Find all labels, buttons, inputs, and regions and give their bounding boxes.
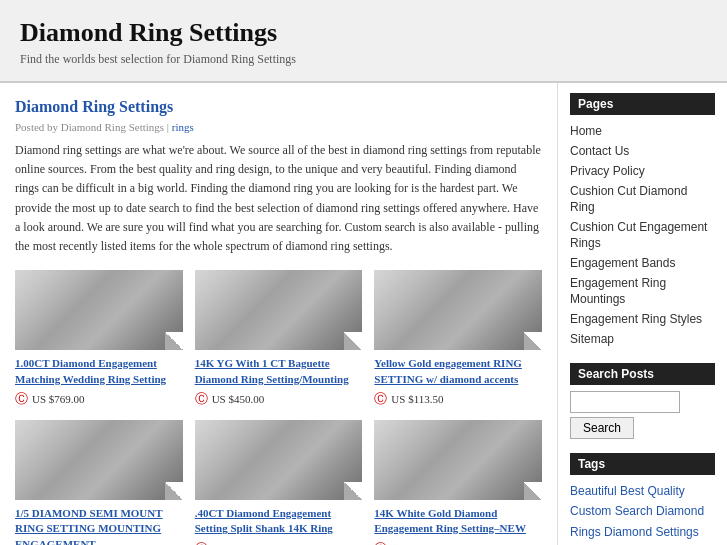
page-list-item: Engagement Ring Styles [570, 309, 715, 329]
product-item[interactable]: 1.00CT Diamond Engagement Matching Weddi… [15, 270, 183, 408]
tags-content: Beautiful Best Quality Custom Search Dia… [570, 481, 715, 545]
main-content: Diamond Ring Settings Posted by Diamond … [0, 83, 557, 545]
site-subtitle: Find the worlds best selection for Diamo… [20, 52, 707, 67]
tags-section: Tags Beautiful Best Quality Custom Searc… [570, 453, 715, 545]
post-body: Diamond ring settings are what we're abo… [15, 141, 542, 256]
product-title[interactable]: 14K YG With 1 CT Baguette Diamond Ring S… [195, 356, 363, 387]
price-icon: Ⓒ [195, 540, 208, 545]
price-icon: Ⓒ [374, 540, 387, 545]
product-price-row: Ⓒ US $450.00 [195, 390, 265, 408]
page-link[interactable]: Sitemap [570, 332, 614, 346]
price-icon: Ⓒ [15, 390, 28, 408]
product-item[interactable]: Yellow Gold engagement RING SETTING w/ d… [374, 270, 542, 408]
product-price-row: Ⓒ US $113.50 [374, 390, 443, 408]
price-icon: Ⓒ [195, 390, 208, 408]
product-image [195, 420, 363, 500]
product-price-row: Ⓒ US $769.00 [15, 390, 85, 408]
search-form: Search [570, 391, 715, 439]
tags-heading: Tags [570, 453, 715, 475]
site-header: Diamond Ring Settings Find the worlds be… [0, 0, 727, 83]
product-image [15, 270, 183, 350]
price-icon: Ⓒ [374, 390, 387, 408]
pages-section: Pages HomeContact UsPrivacy PolicyCushio… [570, 93, 715, 349]
product-item[interactable]: 14K White Gold Diamond Engagement Ring S… [374, 420, 542, 545]
search-button[interactable]: Search [570, 417, 634, 439]
product-price-row: Ⓒ US $499.00 [374, 540, 444, 545]
search-input[interactable] [570, 391, 680, 413]
product-price: US $113.50 [391, 393, 443, 405]
product-image [195, 270, 363, 350]
product-title[interactable]: 1/5 DIAMOND SEMI MOUNT RING SETTING MOUN… [15, 506, 183, 545]
tag-link[interactable]: Diamond Settings [604, 525, 699, 539]
product-item[interactable]: 1/5 DIAMOND SEMI MOUNT RING SETTING MOUN… [15, 420, 183, 545]
pages-heading: Pages [570, 93, 715, 115]
page-link[interactable]: Home [570, 124, 602, 138]
product-image [15, 420, 183, 500]
page-link[interactable]: Engagement Ring Styles [570, 312, 702, 326]
product-price-row: Ⓒ US $299.00 [195, 540, 265, 545]
product-image [374, 420, 542, 500]
post-title[interactable]: Diamond Ring Settings [15, 98, 542, 116]
page-list-item: Cushion Cut Diamond Ring [570, 181, 715, 217]
tag-link[interactable]: Best Quality [620, 484, 685, 498]
page-link[interactable]: Engagement Ring Mountings [570, 276, 666, 306]
tag-link[interactable]: Beautiful [570, 484, 617, 498]
page-list-item: Home [570, 121, 715, 141]
product-title[interactable]: 14K White Gold Diamond Engagement Ring S… [374, 506, 542, 537]
product-item[interactable]: .40CT Diamond Engagement Setting Split S… [195, 420, 363, 545]
site-title: Diamond Ring Settings [20, 18, 707, 48]
page-list-item: Privacy Policy [570, 161, 715, 181]
page-link[interactable]: Engagement Bands [570, 256, 675, 270]
search-heading: Search Posts [570, 363, 715, 385]
product-title[interactable]: .40CT Diamond Engagement Setting Split S… [195, 506, 363, 537]
post-meta: Posted by Diamond Ring Settings | rings [15, 121, 542, 133]
tag-link[interactable]: Custom Search [570, 504, 653, 518]
search-section: Search Posts Search [570, 363, 715, 439]
product-title[interactable]: Yellow Gold engagement RING SETTING w/ d… [374, 356, 542, 387]
page-link[interactable]: Cushion Cut Engagement Rings [570, 220, 707, 250]
post-meta-link[interactable]: rings [172, 121, 194, 133]
page-list-item: Engagement Bands [570, 253, 715, 273]
product-price: US $769.00 [32, 393, 85, 405]
page-link[interactable]: Privacy Policy [570, 164, 645, 178]
page-link[interactable]: Contact Us [570, 144, 629, 158]
products-grid: 1.00CT Diamond Engagement Matching Weddi… [15, 270, 542, 545]
page-list-item: Engagement Ring Mountings [570, 273, 715, 309]
product-price: US $450.00 [212, 393, 265, 405]
page-list-item: Sitemap [570, 329, 715, 349]
page-list-item: Cushion Cut Engagement Rings [570, 217, 715, 253]
pages-list: HomeContact UsPrivacy PolicyCushion Cut … [570, 121, 715, 349]
product-title[interactable]: 1.00CT Diamond Engagement Matching Weddi… [15, 356, 183, 387]
page-link[interactable]: Cushion Cut Diamond Ring [570, 184, 687, 214]
sidebar: Pages HomeContact UsPrivacy PolicyCushio… [557, 83, 727, 545]
page-list-item: Contact Us [570, 141, 715, 161]
product-item[interactable]: 14K YG With 1 CT Baguette Diamond Ring S… [195, 270, 363, 408]
product-image [374, 270, 542, 350]
